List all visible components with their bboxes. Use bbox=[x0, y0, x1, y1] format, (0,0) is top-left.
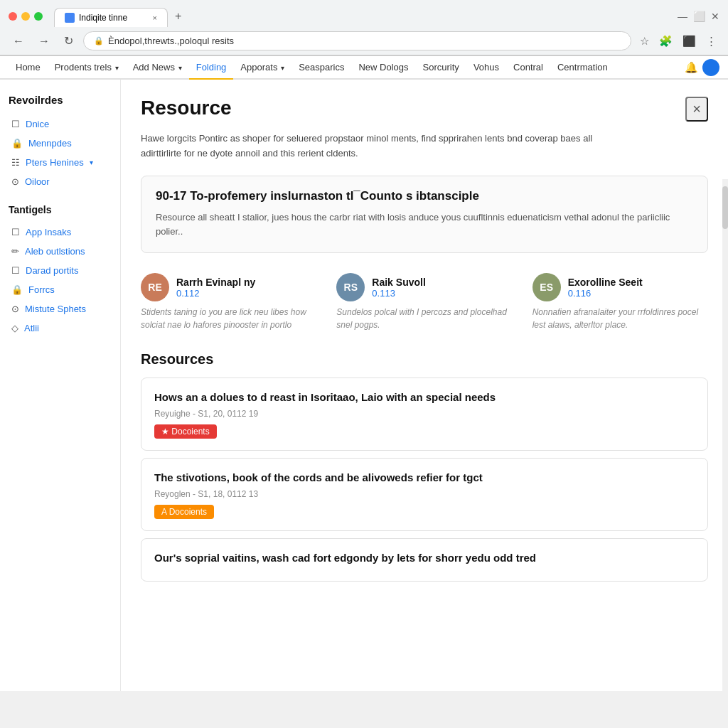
sidebar-item-label: Oiloor bbox=[25, 176, 50, 187]
content-header: Resource × bbox=[141, 97, 708, 122]
author-name: Exorolline Seeit bbox=[568, 277, 643, 288]
resource-tag: ★ Docoients bbox=[154, 424, 217, 439]
sidebar-section1-title: Revoilrdes bbox=[9, 94, 112, 106]
toolbar-actions: ☆ 🧩 ⬛ ⋮ bbox=[637, 32, 719, 50]
new-tab-button[interactable]: + bbox=[168, 6, 188, 27]
nav-item-vohus[interactable]: Vohus bbox=[466, 56, 506, 78]
page-description: Hawe lorgcits Pontirc as shoper for selu… bbox=[141, 132, 596, 161]
back-button[interactable]: ← bbox=[9, 32, 28, 50]
sidebar-icon: ◇ bbox=[11, 323, 18, 333]
close-window-button[interactable] bbox=[9, 12, 17, 21]
author-name: Raik Suvoll bbox=[372, 277, 425, 288]
scrollbar-track[interactable] bbox=[722, 179, 728, 691]
author-description: Stidents taning io you are lick neu libe… bbox=[141, 306, 316, 331]
tab-close-button[interactable]: × bbox=[153, 14, 157, 22]
author-info: Exorolline Seeit 0.116 bbox=[568, 277, 643, 299]
nav-item-seasparics[interactable]: Seasparics bbox=[291, 56, 351, 78]
author-avatar: RE bbox=[141, 273, 169, 301]
sidebar-item-pters-henines[interactable]: ☷Pters Henines bbox=[9, 153, 112, 172]
cast-icon[interactable]: ⬛ bbox=[680, 32, 699, 50]
sidebar-item-label: Mennpdes bbox=[28, 138, 72, 149]
sidebar-icon: ⊙ bbox=[11, 176, 19, 187]
chevron-down-icon: ▾ bbox=[279, 64, 284, 72]
close-icon[interactable]: ✕ bbox=[711, 11, 719, 22]
sidebar-icon: ☐ bbox=[11, 119, 20, 129]
sidebar: Revoilrdes ☐Dnice🔒Mennpdes☷Pters Henines… bbox=[0, 80, 121, 691]
alerts-icon[interactable]: 🔔 bbox=[685, 61, 698, 74]
sidebar-icon: ☷ bbox=[11, 157, 20, 168]
extension-icon[interactable]: 🧩 bbox=[656, 32, 675, 50]
window-controls: — ⬜ ✕ bbox=[678, 11, 719, 22]
sidebar-icon: ⊙ bbox=[11, 304, 19, 314]
resource-card[interactable]: The stivotions, book of the cords and be… bbox=[141, 458, 708, 531]
scrollbar-thumb[interactable] bbox=[722, 186, 728, 229]
author-header: RS Raik Suvoll 0.113 bbox=[336, 273, 512, 301]
nav-item-add-news[interactable]: Add News ▾ bbox=[126, 56, 189, 78]
nav-item-contral[interactable]: Contral bbox=[506, 56, 550, 78]
sidebar-item-forrcs[interactable]: 🔒Forrcs bbox=[9, 280, 112, 299]
tab-title: Indiqite tinne bbox=[79, 13, 127, 23]
sidebar-item-mistute-sphets[interactable]: ⊙Mistute Sphets bbox=[9, 299, 112, 318]
nav-item-apporats[interactable]: Apporats ▾ bbox=[233, 56, 291, 78]
minimize-window-button[interactable] bbox=[21, 12, 30, 21]
bookmark-icon[interactable]: ☆ bbox=[637, 32, 652, 50]
author-id[interactable]: 0.112 bbox=[176, 288, 255, 299]
nav-item-sorcurity[interactable]: Sorcurity bbox=[416, 56, 466, 78]
resource-card-title: The stivotions, book of the cords and be… bbox=[154, 470, 695, 485]
sidebar-item-aleb-outlstions[interactable]: ✏Aleb outlstions bbox=[9, 242, 112, 261]
minimize-icon[interactable]: — bbox=[678, 11, 687, 22]
featured-card-desc: Resource all sheatt I stalior, jues hous… bbox=[156, 210, 693, 240]
resource-card-title: Our's soprial vaitins, wash cad fort edg… bbox=[154, 550, 695, 565]
nav-item-home[interactable]: Home bbox=[9, 56, 48, 78]
tab-bar: Indiqite tinne × + bbox=[54, 6, 672, 27]
active-tab[interactable]: Indiqite tinne × bbox=[54, 8, 168, 27]
browser-chrome: Indiqite tinne × + — ⬜ ✕ ← → ↻ 🔒 Èndopol… bbox=[0, 0, 728, 56]
nav-item-folding[interactable]: Folding bbox=[189, 56, 234, 80]
sidebar-item-mennpdes[interactable]: 🔒Mennpdes bbox=[9, 134, 112, 153]
sidebar-item-darad-portits[interactable]: ☐Darad portits bbox=[9, 261, 112, 280]
author-header: ES Exorolline Seeit 0.116 bbox=[532, 273, 708, 301]
sidebar-item-app-insaks[interactable]: ☐App Insaks bbox=[9, 223, 112, 242]
sidebar-section2-title: Tantigels bbox=[9, 204, 112, 215]
author-avatar: ES bbox=[532, 273, 561, 301]
resource-card-meta: Reyoglen - S1, 18, 0112 13 bbox=[154, 489, 695, 499]
resource-card-meta: Reyuighe - S1, 20, 0112 19 bbox=[154, 409, 695, 419]
nav-right-actions: 🔔 bbox=[685, 59, 719, 76]
maximize-window-button[interactable] bbox=[34, 12, 43, 21]
sidebar-item-label: Pters Henines bbox=[26, 157, 84, 168]
chevron-down-icon: ▾ bbox=[113, 64, 119, 72]
author-avatar: RS bbox=[336, 273, 365, 301]
content-area: Resource × Hawe lorgcits Pontirc as shop… bbox=[121, 80, 728, 691]
featured-card: 90-17 To-profemery inslurnaston tl¯Count… bbox=[141, 176, 708, 254]
traffic-lights bbox=[9, 12, 43, 21]
sidebar-item-oiloor[interactable]: ⊙Oiloor bbox=[9, 172, 112, 191]
resource-tag: A Docoients bbox=[154, 505, 214, 519]
nav-item-new-dologs[interactable]: New Dologs bbox=[351, 56, 415, 78]
sidebar-item-label: App Insaks bbox=[26, 227, 71, 237]
nav-item-prodents-trels[interactable]: Prodents trels ▾ bbox=[48, 56, 126, 78]
author-name: Rarrh Evinapl ny bbox=[176, 277, 255, 288]
profile-icon[interactable] bbox=[702, 59, 719, 76]
sidebar-icon: ✏ bbox=[11, 246, 19, 257]
nav-menu: HomeProdents trels ▾Add News ▾FoldingApp… bbox=[0, 56, 728, 80]
resource-card[interactable]: Hows an a dolues to d reast in Isoritaao… bbox=[141, 378, 708, 451]
page-title: Resource bbox=[141, 97, 232, 119]
menu-icon[interactable]: ⋮ bbox=[703, 32, 719, 50]
resource-card[interactable]: Our's soprial vaitins, wash cad fort edg… bbox=[141, 538, 708, 582]
author-id[interactable]: 0.113 bbox=[372, 288, 425, 299]
author-card: ES Exorolline Seeit 0.116 Nonnafien afra… bbox=[532, 273, 708, 331]
forward-button[interactable]: → bbox=[34, 32, 54, 50]
sidebar-item-dnice[interactable]: ☐Dnice bbox=[9, 114, 112, 134]
featured-card-title: 90-17 To-profemery inslurnaston tl¯Count… bbox=[156, 189, 693, 203]
refresh-button[interactable]: ↻ bbox=[60, 31, 77, 50]
security-lock-icon: 🔒 bbox=[94, 36, 104, 46]
restore-icon[interactable]: ⬜ bbox=[693, 11, 705, 22]
nav-item-centrmation[interactable]: Centrmation bbox=[550, 56, 615, 78]
chevron-down-icon: ▾ bbox=[176, 64, 182, 72]
sidebar-item-label: Dnice bbox=[26, 119, 49, 129]
sidebar-item-atlii[interactable]: ◇Atlii bbox=[9, 318, 112, 338]
titlebar: Indiqite tinne × + — ⬜ ✕ bbox=[0, 0, 728, 27]
close-button[interactable]: × bbox=[685, 97, 708, 122]
address-bar[interactable]: 🔒 Èndopol,threwts.,poloqul resits bbox=[83, 31, 631, 50]
author-id[interactable]: 0.116 bbox=[568, 288, 643, 299]
